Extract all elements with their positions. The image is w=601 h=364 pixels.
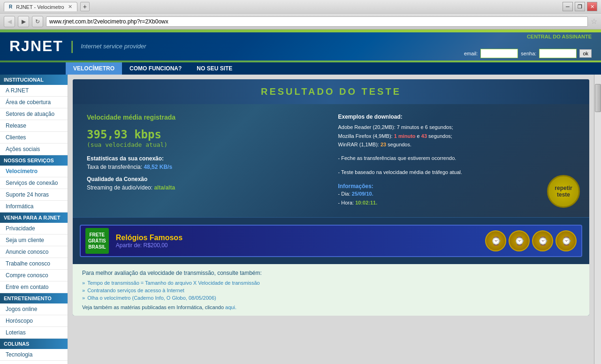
page-content: RJNET | Internet service provider CENTRA…: [0, 29, 601, 364]
sidebar-item-clientes[interactable]: Clientes: [0, 132, 68, 144]
streaming-label: Streaming de áudio/vídeo:: [87, 184, 154, 191]
sidebar-item-contato[interactable]: Entre em contato: [0, 281, 68, 293]
tab-no-seu-site[interactable]: NO SEU SITE: [189, 62, 240, 75]
transfer-value: 48,52 KB/s: [144, 164, 172, 170]
example3: WinRAR (1,1MB): 23 segundos.: [338, 140, 576, 149]
sidebar-header-servicos: NOSSOS SERVIÇOS: [0, 155, 68, 166]
browser-tab[interactable]: R RJNET - Velocimetro ✕: [4, 2, 77, 11]
reload-button[interactable]: ↻: [32, 16, 43, 27]
main-container: INSTITUCIONAL A RJNET Área de cobertura …: [0, 75, 601, 364]
header-right: CENTRAL DO ASSINANTE email: senha: ok: [464, 34, 592, 58]
tab-favicon: R: [9, 4, 12, 9]
watch-1: ⌚: [485, 230, 506, 251]
sidebar-item-release[interactable]: Release: [0, 120, 68, 132]
footer-link-2[interactable]: Contratando serviços de acesso à Interne…: [82, 288, 580, 293]
watch-3: ⌚: [532, 230, 553, 251]
sidebar-item-trabalhe[interactable]: Trabalhe conosco: [0, 258, 68, 270]
speed-label: Velocidade média registrada: [87, 114, 324, 121]
example1: Adobe Reader (20,2MB): 7 minutos e 6 seg…: [338, 123, 576, 132]
sidebar-item-suporte[interactable]: Suporte 24 horas: [0, 189, 68, 201]
content-inner: RESULTADO DO TESTE Velocidade média regi…: [73, 79, 589, 316]
minimize-button[interactable]: ─: [563, 2, 573, 11]
watch-2: ⌚: [509, 230, 530, 251]
watch-4: ⌚: [555, 230, 577, 251]
ad-banner[interactable]: FRETE GRÁTIS BRASIL Relógios Famosos Apa…: [80, 225, 582, 257]
sidebar-item-compre[interactable]: Compre conosco: [0, 270, 68, 281]
restore-button[interactable]: ❐: [575, 2, 585, 11]
logo-area: RJNET | Internet service provider: [9, 38, 146, 55]
quality-streaming: Streaming de áudio/vídeo: alta/alta: [87, 184, 324, 191]
sidebar-item-carreira[interactable]: Carreira & Sucesso: [0, 361, 68, 364]
scrollbar[interactable]: [594, 75, 601, 364]
stats-transfer: Taxa de transferência: 48,52 KB/s: [87, 164, 324, 170]
result-body: Velocidade média registrada 395,93 kbps …: [73, 104, 589, 217]
sidebar-item-anuncie[interactable]: Anuncie conosco: [0, 246, 68, 258]
sidebar-item-tecnologia[interactable]: Tecnologia: [0, 349, 68, 361]
content-area: RESULTADO DO TESTE Velocidade média regi…: [68, 75, 594, 364]
site-header: RJNET | Internet service provider CENTRA…: [0, 30, 601, 62]
info-dia: - Dia: 25/09/10.: [338, 190, 576, 199]
site-tagline: Internet service provider: [81, 43, 146, 50]
sidebar-item-informatica[interactable]: Informática: [0, 201, 68, 212]
sidebar-header-entretenimento: ENTRETENIMENTO: [0, 293, 68, 303]
password-input[interactable]: [539, 49, 577, 58]
window-controls: ─ ❐ ✕: [563, 2, 597, 11]
example2: Mozilla Firefox (4,9MB): 1 minuto e 43 s…: [338, 132, 576, 141]
tip1: - Feche as transferências que estiverem …: [338, 154, 576, 163]
speed-value: 395,93 kbps: [87, 128, 324, 141]
result-right: Exemplos de download: Adobe Reader (20,2…: [338, 114, 576, 208]
login-form: email: senha: ok: [464, 49, 592, 58]
info-hora: - Hora: 10:02:11.: [338, 198, 576, 208]
sidebar-item-a-rjnet[interactable]: A RJNET: [0, 85, 68, 97]
sidebar-item-cobertura[interactable]: Área de cobertura: [0, 97, 68, 108]
sidebar-header-venha: VENHA PARA A RJNET: [0, 212, 68, 223]
sidebar-item-seja-cliente[interactable]: Seja um cliente: [0, 235, 68, 246]
sidebar-item-privacidade[interactable]: Privacidade: [0, 223, 68, 235]
site-logo[interactable]: RJNET: [9, 38, 63, 55]
central-label: CENTRAL DO ASSINANTE: [527, 34, 592, 39]
address-bar[interactable]: [46, 16, 588, 27]
repeat-label: repetirteste: [555, 185, 572, 198]
speed-sub: (sua velocidade atual): [87, 141, 324, 148]
footer-link-1[interactable]: Tempo de transmissão = Tamanho do arquiv…: [82, 280, 580, 286]
footer-title: Para melhor avaliação da velocidade de t…: [82, 270, 580, 276]
titlebar-left: R RJNET - Velocimetro ✕ +: [4, 2, 90, 11]
tab-close-icon[interactable]: ✕: [68, 4, 72, 10]
forward-button[interactable]: ▶: [18, 16, 29, 27]
bookmark-star-icon[interactable]: ☆: [591, 17, 597, 26]
tab-velocimetro[interactable]: VELOCÍMETRO: [66, 62, 122, 75]
browser-toolbar: ◀ ▶ ↻ ☆: [0, 13, 601, 29]
scrollbar-thumb[interactable]: [595, 84, 601, 112]
sidebar-item-servicos-conexao[interactable]: Serviços de conexão: [0, 177, 68, 189]
transfer-label: Taxa de transferência:: [87, 164, 144, 170]
nav-tabs-bar: VELOCÍMETRO COMO FUNCIONA? NO SEU SITE: [0, 62, 601, 75]
sidebar-item-loterias[interactable]: Loterias: [0, 327, 68, 339]
info-header: Informações:: [338, 183, 576, 190]
ad-frete: FRETE GRÁTIS BRASIL: [85, 228, 109, 254]
new-tab-button[interactable]: +: [80, 2, 90, 11]
sidebar-item-setores[interactable]: Setores de atuação: [0, 108, 68, 120]
sidebar-item-acoes[interactable]: Ações sociais: [0, 144, 68, 155]
footer-also-link[interactable]: aqui.: [225, 304, 236, 310]
sidebar-item-jogos[interactable]: Jogos online: [0, 303, 68, 315]
back-button[interactable]: ◀: [4, 16, 15, 27]
browser-window: R RJNET - Velocimetro ✕ + ─ ❐ ✕ ◀ ▶ ↻ ☆ …: [0, 0, 601, 364]
stats-header: Estatísticas da sua conexão:: [87, 155, 324, 162]
streaming-value: alta/alta: [154, 184, 175, 191]
result-title-bar: RESULTADO DO TESTE: [73, 79, 589, 104]
tab-title: RJNET - Velocimetro: [16, 4, 64, 10]
email-input[interactable]: [480, 49, 518, 58]
sidebar-item-horoscopo[interactable]: Horóscopo: [0, 315, 68, 327]
quality-header: Qualidade da Conexão: [87, 176, 324, 182]
email-label: email:: [464, 51, 478, 56]
close-button[interactable]: ✕: [587, 2, 597, 11]
sidebar-item-velocimetro[interactable]: Velocímetro: [0, 166, 68, 177]
tab-como-funciona[interactable]: COMO FUNCIONA?: [122, 62, 189, 75]
senha-label: senha:: [521, 51, 536, 56]
login-ok-button[interactable]: ok: [579, 49, 592, 58]
sidebar-header-colunas: COLUNAS: [0, 339, 68, 349]
browser-titlebar: R RJNET - Velocimetro ✕ + ─ ❐ ✕: [0, 0, 601, 13]
repeat-test-button[interactable]: repetirteste: [547, 175, 580, 208]
footer-link-3[interactable]: Olha o velocímetro (Caderno Info, O Glob…: [82, 295, 580, 301]
sidebar: INSTITUCIONAL A RJNET Área de cobertura …: [0, 75, 68, 364]
